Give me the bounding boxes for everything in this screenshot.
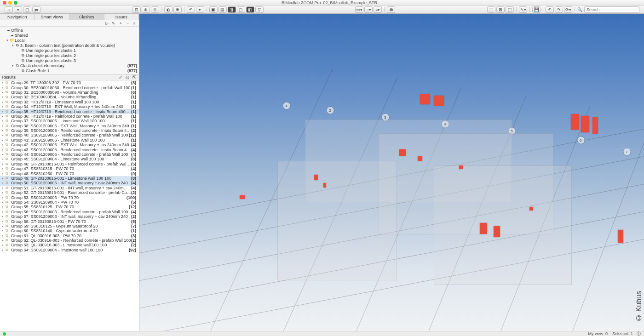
filter-icon[interactable]: ▽ [255,6,264,13]
result-row[interactable]: ▸⧉Group 60: SS8310140 - Gypsum waterproo… [0,228,139,233]
expand-icon[interactable]: ▸ [2,81,6,85]
result-row[interactable]: ▸⧉Group 53: SS091209003 - PW 70 70(100) [0,195,139,199]
viewport-3d[interactable]: 1 2 3 4 5 6 7 [139,14,644,331]
maximize-window[interactable] [14,1,17,5]
expand-icon[interactable]: ▸ [2,191,6,194]
result-row[interactable]: ▸⧉Group 37: SS091209005 - Limestone Wall… [0,119,139,123]
expand-icon[interactable]: ▸ [2,100,6,104]
result-row[interactable]: ▸⧉Group 35: HT12/0719 - Reinforced concr… [0,109,139,114]
transparency-icon[interactable]: ○▾ [364,6,373,13]
walk-icon[interactable]: ✺ [173,6,182,13]
expand-icon[interactable]: ▸ [2,196,6,199]
color-mode-icon[interactable]: ▭▾ [355,6,363,13]
tree-rule-a1[interactable]: ⧉Une règle pour les clashs 1 [0,48,139,53]
tab-clashes[interactable]: Clashes [69,14,104,20]
expand-icon[interactable]: ▸ [2,215,6,218]
orbit-icon[interactable]: ◐ [164,6,172,13]
result-row[interactable]: ▸⧉Group 33: HT12/0719 - Limestone Wall 1… [0,100,139,104]
result-row[interactable]: ▸⧉Group 58: GT-20130816-001 - PW 70 70(5… [0,219,139,223]
result-row[interactable]: ▸⧉Group 59: SS8310125 - Gypsum waterproo… [0,224,139,228]
camera-icon[interactable]: ▢ [237,6,245,13]
result-row[interactable]: ▸⧉Group 51: GT-20130816-001 - INT wall, … [0,186,139,190]
tree-rule-a2[interactable]: ⧉Une règle pour les clashs 2 [0,53,139,58]
lasso-icon[interactable]: ⬚ [506,6,514,13]
expand-icon[interactable]: ▸ [2,105,6,108]
select-icon[interactable]: ⬚ [487,6,495,13]
expand-icon[interactable]: ▸ [2,200,6,204]
dropdown-arrow-icon[interactable]: ▾ [14,6,22,13]
play-icon[interactable]: ▷ [104,21,109,26]
result-row[interactable]: ▸⧉Group 42: SS091209006 - EXT Wall, Maso… [0,142,139,147]
tree-rule-b[interactable]: ▾⧉Clash check elementary(877) [0,63,139,68]
expand-icon[interactable]: ▸ [2,148,6,152]
tab-navigation[interactable]: Navigation [0,14,35,20]
result-row[interactable]: ▸⧉Group 34: HT12/0719 - EXT Wall, Masonr… [0,104,139,109]
result-row[interactable]: ▸⧉Group 36: HT12/0719 - Reinforced conre… [0,114,139,119]
line-style-icon[interactable]: ≡▾ [374,6,382,13]
result-row[interactable]: ▸⧉Group 38: SS091209005 - EXT Wall, Maso… [0,124,139,128]
expand-icon[interactable]: ▸ [2,110,6,114]
link-icon[interactable]: ⇄ [32,6,40,13]
result-row[interactable]: ▸⧉Group 45: SS091209004 - Limestone wall… [0,157,139,161]
export-icon[interactable]: ⇱ [132,74,137,80]
tree-local[interactable]: ▾📁Local [0,38,139,43]
area-select-icon[interactable]: ⊠ [496,6,505,13]
expand-icon[interactable]: ▸ [2,157,6,161]
tree-rule-b1[interactable]: ⧉Clash Rule 1(877) [0,68,139,73]
result-row[interactable]: ▸⧉Group 46: GT-20130816-001 - Reinforced… [0,162,139,166]
home-icon[interactable]: ⌂ [5,6,13,13]
save-view-icon[interactable]: 💾 [532,6,540,13]
expand-icon[interactable]: ▸ [2,239,6,242]
expand-icon[interactable]: ▸ [2,177,6,180]
result-row[interactable]: ▸⧉Group 31: BE3000035090 - Volume Airhan… [0,90,139,95]
close-window[interactable] [3,1,6,5]
section-box-icon[interactable]: ▣ [209,6,218,13]
expand-icon[interactable]: ▸ [2,95,6,99]
focus-result-icon[interactable]: ⤢ [118,74,123,80]
result-row[interactable]: ▸⧉Group 32: BE100090BoL - Volume Airhand… [0,95,139,99]
expand-icon[interactable]: ▸ [2,243,6,247]
expand-icon[interactable]: ▸ [2,229,6,233]
isolate-icon[interactable]: ◎ [125,74,130,80]
zoom-in-icon[interactable]: ⊕ [142,6,150,13]
result-row[interactable]: ▸⧉Group 64: SS091209004 - limestone wall… [0,248,139,252]
redo-icon[interactable]: ▾ [196,6,204,13]
result-row[interactable]: ▸⧉Group 62: QL-030916-003 - Reinforced c… [0,238,139,243]
result-row[interactable]: ▸⧉Group 49: GT-20130816-001 - Limestone … [0,176,139,181]
expand-icon[interactable]: ▸ [2,143,6,147]
result-row[interactable]: ▸⧉Group 47: SS8310315 - PW 70 70(4) [0,166,139,171]
result-row[interactable]: ▸⧉Group 41: SS091209006 - Limestone Wall… [0,138,139,142]
expand-icon[interactable]: ▸ [2,248,6,252]
result-row[interactable]: ▸⧉Group 30: BE3000018030 - Reinforced co… [0,85,139,90]
result-row[interactable]: ▸⧉Group 43: SS091209006 - Reinforced con… [0,147,139,152]
expand-icon[interactable]: ▸ [2,205,6,209]
expand-icon[interactable]: ▸ [2,210,6,214]
result-row[interactable]: ▸⧉Group 55: SS8310125 - PW 70 70(12) [0,205,139,209]
remove-icon[interactable]: － [125,21,130,26]
expand-icon[interactable]: ▸ [2,234,6,238]
section-plane-icon[interactable]: ▤ [218,6,227,13]
tab-issues[interactable]: Issues [104,14,139,20]
expand-icon[interactable]: ▸ [2,119,6,123]
result-row[interactable]: ▸⧉Group 56: SS091209003 - Reinforced con… [0,210,139,214]
expand-icon[interactable]: ▸ [2,129,6,132]
expand-icon[interactable]: ▸ [2,138,6,142]
print-icon[interactable]: 🖶 [387,6,395,13]
result-row[interactable]: ▸⧉Group 54: SS091209004 - PW 70 70(5) [0,200,139,205]
expand-icon[interactable]: ▸ [2,224,6,228]
result-row[interactable]: ▸⧉Group 39: SS091209005 - Reinforced con… [0,128,139,133]
tree-rule-a[interactable]: ▾⧉3. Beam - column test (penetration dep… [0,43,139,48]
expand-icon[interactable]: ▸ [2,220,6,223]
result-row[interactable]: ▸⧉Group 50: SS091209005 - INT wall, maso… [0,181,139,185]
ghost-mode-icon[interactable]: ◧ [246,6,254,13]
menu-icon[interactable]: ≡ [132,21,137,26]
expand-icon[interactable]: ▸ [2,162,6,166]
screenshot-icon[interactable]: ▢ [23,6,31,13]
edit-icon[interactable]: ✎ [111,21,116,26]
minimize-window[interactable] [8,1,12,5]
zoom-out-icon[interactable]: ⊖ [151,6,159,13]
measure-icon[interactable]: ✎▾ [519,6,527,13]
nav-back-icon[interactable]: ↶ [546,6,554,13]
refresh-icon[interactable]: ⟳▾ [564,6,572,13]
expand-icon[interactable]: ▸ [2,86,6,90]
